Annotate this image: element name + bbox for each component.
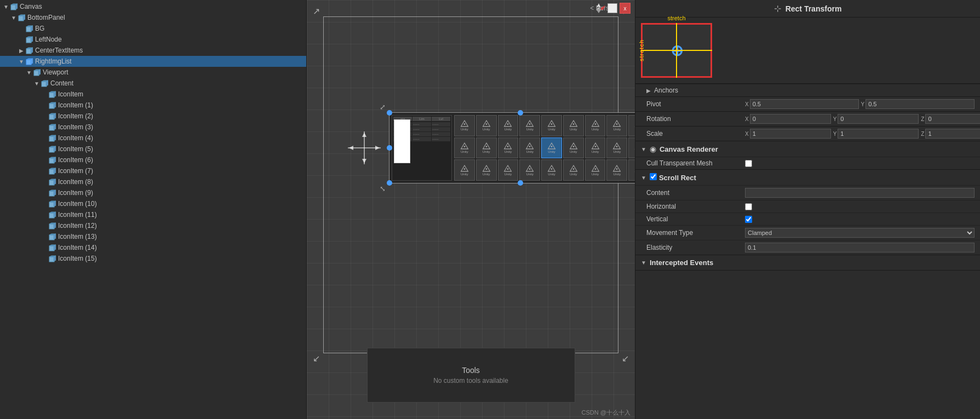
svg-marker-38	[54, 135, 56, 141]
rotation-x-input[interactable]	[750, 114, 831, 124]
svg-marker-23	[46, 81, 48, 86]
svg-marker-77	[362, 133, 366, 137]
hierarchy-arrow-bottomPanel[interactable]: ▼	[10, 14, 18, 21]
stretch-label-top: stretch	[667, 15, 685, 21]
hierarchy-item-iconItem10[interactable]: IconItem (10)	[0, 198, 306, 209]
corner-arrow-br: ↙	[622, 353, 629, 364]
anchors-row[interactable]: ▶ Anchors	[635, 84, 980, 96]
pivot-y-input[interactable]	[866, 99, 975, 109]
scroll-rect-enable[interactable]	[650, 173, 657, 180]
svg-marker-17	[31, 59, 33, 64]
hierarchy-item-iconItem14[interactable]: IconItem (14)	[0, 242, 306, 253]
hierarchy-item-centerTextItems[interactable]: ▶ CenterTextItems	[0, 45, 306, 56]
unity-cell-11: Unity	[498, 137, 519, 159]
unity-cell-6: Unity	[585, 115, 606, 136]
hierarchy-arrow-viewport[interactable]: ▼	[25, 68, 33, 76]
hierarchy-arrow-content[interactable]: ▼	[33, 79, 41, 87]
cube-icon-iconItem12	[48, 222, 56, 229]
hierarchy-item-viewport[interactable]: ▼ Viewport	[0, 67, 306, 78]
handle-ml[interactable]	[387, 145, 392, 151]
canvas-renderer-header[interactable]: ▼ ◉ Canvas Renderer	[635, 141, 980, 157]
handle-bm[interactable]	[518, 180, 523, 186]
handle-bl[interactable]	[387, 180, 392, 186]
canvas-renderer-section: ▼ ◉ Canvas Renderer Cull Transparent Mes…	[635, 141, 980, 170]
hierarchy-item-iconItem7[interactable]: IconItem (7)	[0, 165, 306, 176]
scroll-rect-header[interactable]: ▼ Scroll Rect	[635, 170, 980, 185]
vertical-checkbox[interactable]	[745, 216, 752, 223]
hierarchy-arrow-iconItem13	[41, 233, 48, 240]
hierarchy-item-iconItem2[interactable]: IconItem (2)	[0, 111, 306, 122]
unity-cell-7: Unity	[606, 115, 627, 136]
cube-icon-canvas	[10, 3, 18, 10]
canvas-renderer-title: Canvas Renderer	[660, 145, 718, 153]
hierarchy-label-iconItem0: IconItem	[58, 90, 306, 98]
scale-z-input[interactable]	[925, 129, 980, 139]
cube-icon-iconItem8	[48, 178, 56, 186]
hierarchy-label-iconItem2: IconItem (2)	[58, 112, 306, 120]
hierarchy-item-canvas[interactable]: ▼ Canvas	[0, 1, 306, 12]
rotation-y-input[interactable]	[838, 114, 919, 124]
intercepted-events-header[interactable]: ▼ Intercepted Events	[635, 255, 980, 270]
hierarchy-item-bg[interactable]: BG	[0, 23, 306, 34]
hierarchy-item-leftNode[interactable]: LeftNode	[0, 34, 306, 45]
scale-x-input[interactable]	[750, 129, 831, 139]
hierarchy-arrow-iconItem10	[41, 200, 48, 208]
cube-icon-iconItem9	[48, 189, 56, 197]
hierarchy-item-content[interactable]: ▼ Content	[0, 78, 306, 89]
anchor-box[interactable]: stretch stretch ⊕	[641, 23, 712, 78]
hierarchy-arrow-centerTextItems[interactable]: ▶	[18, 47, 25, 54]
handle-tl[interactable]	[387, 110, 392, 116]
hierarchy-item-iconItem0[interactable]: IconItem	[0, 89, 306, 100]
hierarchy-arrow-iconItem7	[41, 167, 48, 175]
cull-transparent-checkbox[interactable]	[745, 160, 752, 167]
horizontal-checkbox[interactable]	[745, 203, 752, 210]
cube-icon-iconItem1	[48, 101, 56, 109]
hierarchy-item-iconItem13[interactable]: IconItem (13)	[0, 231, 306, 242]
svg-marker-59	[54, 212, 56, 217]
tools-title: Tools	[462, 366, 480, 375]
hierarchy-item-iconItem3[interactable]: IconItem (3)	[0, 122, 306, 133]
hierarchy-item-iconItem1[interactable]: IconItem (1)	[0, 100, 306, 111]
rotation-z-input[interactable]	[925, 114, 980, 124]
scene-view[interactable]: < Persp ↗ ↗ ↙ ↙	[307, 0, 635, 419]
close-scene-button[interactable]: x	[620, 3, 631, 14]
hierarchy-item-iconItem6[interactable]: IconItem (6)	[0, 154, 306, 165]
intercepted-events-section: ▼ Intercepted Events	[635, 255, 980, 271]
unity-cell-21: Unity	[519, 159, 540, 181]
scroll-content-value[interactable]	[745, 188, 975, 198]
hierarchy-label-iconItem5: IconItem (5)	[58, 145, 306, 153]
cube-icon-iconItem0	[48, 90, 56, 98]
hierarchy-item-iconItem15[interactable]: IconItem (15)	[0, 253, 306, 264]
hierarchy-item-iconItem11[interactable]: IconItem (11)	[0, 209, 306, 220]
pivot-row: Pivot X Y	[635, 97, 980, 111]
svg-marker-50	[54, 179, 56, 185]
movement-type-select[interactable]: Elastic Clamped Unrestricted	[745, 228, 975, 238]
svg-marker-29	[54, 102, 56, 108]
hierarchy-item-iconItem12[interactable]: IconItem (12)	[0, 220, 306, 231]
unity-cell-10: Unity	[476, 137, 497, 159]
svg-marker-53	[54, 190, 56, 196]
hierarchy-item-bottomPanel[interactable]: ▼ BottomPanel	[0, 12, 306, 23]
handle-tm[interactable]	[518, 110, 523, 116]
hierarchy-item-iconItem4[interactable]: IconItem (4)	[0, 133, 306, 144]
svg-point-90	[551, 124, 553, 125]
anchors-label: Anchors	[654, 87, 678, 94]
cull-transparent-row: Cull Transparent Mesh	[635, 157, 980, 169]
elasticity-input[interactable]	[745, 243, 975, 252]
hierarchy-arrow-rightImgList[interactable]: ▼	[18, 58, 25, 65]
hierarchy-item-iconItem5[interactable]: IconItem (5)	[0, 144, 306, 154]
unity-cell-22: Unity	[541, 159, 562, 181]
hierarchy-item-iconItem8[interactable]: IconItem (8)	[0, 176, 306, 187]
inspector-title: Rect Transform	[786, 4, 842, 13]
horizontal-row: Horizontal	[635, 200, 980, 213]
tools-subtitle: No custom tools available	[433, 377, 508, 384]
hierarchy-item-rightImgList[interactable]: ▼ RightImgList	[0, 56, 306, 67]
scene-mode-icon[interactable]	[608, 3, 617, 13]
hierarchy-item-iconItem9[interactable]: IconItem (9)	[0, 187, 306, 198]
scale-y-input[interactable]	[838, 129, 919, 139]
preview-left-panel: stg Lim Lvl ~~~~ ~~~~ ~~~~ ~~~~ ~~~~ ~~~…	[392, 115, 452, 181]
hierarchy-arrow-iconItem11	[41, 211, 48, 219]
hierarchy-arrow-canvas[interactable]: ▼	[2, 3, 10, 10]
svg-point-118	[464, 168, 466, 170]
pivot-x-input[interactable]	[750, 99, 859, 109]
